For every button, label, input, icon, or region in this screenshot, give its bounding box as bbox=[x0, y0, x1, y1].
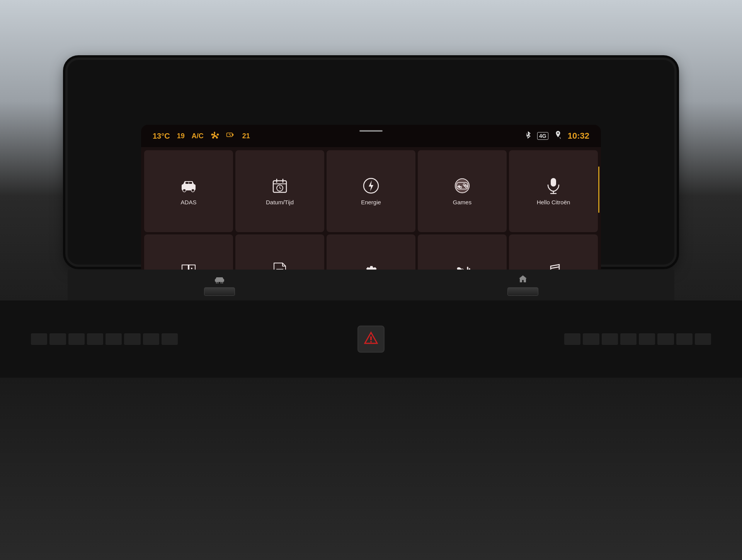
energie-button[interactable]: Energie bbox=[327, 150, 415, 232]
svg-point-22 bbox=[466, 185, 468, 187]
calendar-icon bbox=[271, 177, 288, 194]
home-hw-button[interactable] bbox=[507, 274, 538, 296]
vent-area bbox=[0, 300, 742, 378]
svg-point-4 bbox=[191, 189, 194, 192]
datum-tijd-label: Datum/Tijd bbox=[266, 199, 294, 205]
car-button-icon bbox=[214, 274, 225, 286]
bluetooth-icon bbox=[525, 131, 531, 141]
right-vent bbox=[564, 324, 711, 355]
bottom-area bbox=[0, 378, 742, 560]
scroll-indicator-container bbox=[359, 130, 383, 132]
energie-label: Energie bbox=[361, 199, 381, 205]
left-vent bbox=[31, 324, 178, 355]
hello-citroen-label: Hello Citroën bbox=[537, 199, 570, 205]
hazard-button[interactable] bbox=[357, 326, 385, 353]
svg-point-46 bbox=[370, 341, 372, 343]
svg-rect-5 bbox=[186, 182, 189, 184]
home-button-cap[interactable] bbox=[507, 287, 538, 296]
screen-bezel: 13°C 19 A/C 21 bbox=[68, 60, 674, 265]
svg-point-30 bbox=[191, 268, 192, 269]
hazard-icon bbox=[364, 331, 378, 348]
svg-point-19 bbox=[465, 184, 467, 186]
home-button-icon bbox=[518, 274, 528, 286]
car-icon bbox=[180, 177, 197, 194]
energy-icon bbox=[362, 177, 380, 194]
svg-rect-1 bbox=[232, 134, 233, 136]
temperature-display: 13°C bbox=[153, 132, 170, 141]
games-label: Games bbox=[453, 199, 471, 205]
adas-label: ADAS bbox=[181, 199, 197, 205]
svg-rect-41 bbox=[215, 279, 224, 282]
gamepad-icon bbox=[454, 177, 471, 194]
fan-icon bbox=[211, 131, 219, 141]
svg-point-3 bbox=[183, 189, 186, 192]
right-temp-display: 21 bbox=[242, 132, 250, 140]
datum-tijd-button[interactable]: Datum/Tijd bbox=[235, 150, 324, 232]
4g-icon: 4G bbox=[537, 132, 548, 140]
svg-rect-25 bbox=[551, 178, 556, 187]
status-right: 4G 10:32 bbox=[525, 131, 589, 141]
svg-point-20 bbox=[465, 186, 467, 188]
svg-rect-6 bbox=[189, 182, 192, 184]
grid-row-1: ADAS bbox=[144, 150, 598, 232]
svg-point-43 bbox=[221, 282, 223, 284]
svg-line-13 bbox=[280, 188, 281, 189]
hello-citroen-button[interactable]: Hello Citroën bbox=[509, 150, 598, 232]
status-left: 13°C 19 A/C 21 bbox=[153, 131, 250, 141]
scroll-indicator bbox=[359, 130, 383, 132]
games-button[interactable]: Games bbox=[418, 150, 507, 232]
time-display: 10:32 bbox=[568, 131, 589, 141]
svg-point-42 bbox=[216, 282, 218, 284]
car-button-cap[interactable] bbox=[204, 287, 235, 296]
fan-speed-display: 19 bbox=[177, 132, 185, 140]
ac-label: A/C bbox=[192, 132, 204, 140]
svg-rect-45 bbox=[370, 336, 372, 340]
status-bar: 13°C 19 A/C 21 bbox=[141, 125, 601, 147]
microphone-icon bbox=[545, 177, 562, 194]
location-icon bbox=[555, 131, 562, 141]
charge-icon bbox=[226, 131, 235, 141]
car-hw-button[interactable] bbox=[204, 274, 235, 296]
hardware-controls bbox=[68, 270, 674, 300]
svg-line-38 bbox=[551, 267, 559, 268]
scroll-accent bbox=[598, 166, 599, 213]
adas-button[interactable]: ADAS bbox=[144, 150, 233, 232]
